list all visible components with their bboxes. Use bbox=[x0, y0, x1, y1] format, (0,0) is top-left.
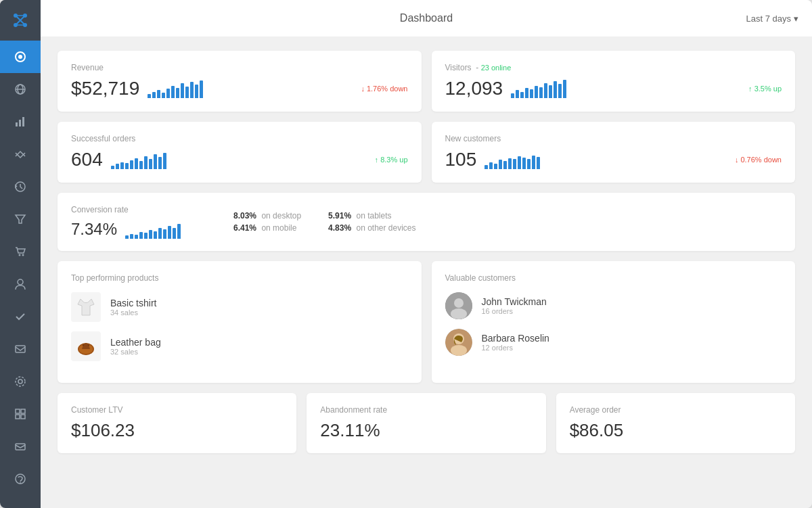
orders-card: Successful orders 604 bbox=[58, 122, 422, 183]
svg-point-39 bbox=[451, 345, 467, 356]
customer-name-2: Barbara Roselin bbox=[482, 333, 549, 344]
bar bbox=[200, 80, 203, 98]
sidebar-logo bbox=[0, 0, 41, 41]
svg-rect-27 bbox=[21, 415, 25, 419]
svg-point-29 bbox=[16, 474, 25, 484]
bar bbox=[499, 160, 502, 169]
bar bbox=[527, 159, 531, 169]
sidebar-item-analytics[interactable] bbox=[0, 106, 41, 138]
row-3: Conversion rate 7.34% bbox=[58, 193, 795, 251]
valuable-customers-label: Valuable customers bbox=[445, 273, 782, 283]
product-sales-1: 34 sales bbox=[110, 308, 156, 317]
sidebar-item-overview[interactable] bbox=[0, 41, 41, 73]
conversion-stats-left: 8.03% on desktop 6.41% on mobile bbox=[233, 211, 301, 233]
customer-ltv-label: Customer LTV bbox=[71, 405, 283, 415]
bar bbox=[135, 235, 138, 239]
bar bbox=[503, 161, 507, 169]
product-item-1: Basic tshirt 34 sales bbox=[71, 292, 408, 322]
avatar-barbara bbox=[445, 329, 472, 356]
visitors-value-row: 12,093 bbox=[445, 78, 782, 99]
filter-label: Last 7 days bbox=[746, 14, 792, 24]
sidebar-item-cart[interactable] bbox=[0, 235, 41, 268]
bar bbox=[513, 159, 516, 169]
bar bbox=[525, 88, 528, 98]
customer-item-2: Barbara Roselin 12 orders bbox=[445, 329, 782, 356]
product-img-tshirt bbox=[71, 292, 101, 322]
header: Dashboard Last 7 days ▾ bbox=[41, 0, 812, 37]
product-info-2: Leather bag 32 sales bbox=[110, 337, 161, 356]
bar bbox=[195, 85, 198, 98]
revenue-value-row: $52,719 bbox=[71, 78, 408, 99]
revenue-value: $52,719 bbox=[71, 78, 139, 99]
bar bbox=[549, 85, 552, 98]
svg-rect-15 bbox=[22, 117, 24, 126]
sidebar-item-settings[interactable] bbox=[0, 365, 41, 398]
sidebar-item-transfer[interactable] bbox=[0, 138, 41, 170]
bar bbox=[168, 226, 171, 239]
orders-value-row: 604 bbox=[71, 149, 408, 170]
orders-chart bbox=[111, 150, 166, 169]
sidebar-item-grid[interactable] bbox=[0, 398, 41, 430]
product-img-bag bbox=[71, 331, 101, 361]
bar bbox=[522, 158, 526, 169]
conversion-card: Conversion rate 7.34% bbox=[58, 193, 795, 251]
bar bbox=[185, 87, 189, 98]
bar bbox=[516, 90, 519, 98]
row-4: Top performing products Basic tshirt 34 … bbox=[58, 261, 795, 383]
bar bbox=[144, 233, 148, 239]
svg-point-23 bbox=[16, 377, 25, 386]
bar bbox=[537, 157, 540, 169]
conversion-value: 7.34% bbox=[71, 220, 117, 239]
bar bbox=[544, 83, 547, 98]
sidebar-item-support[interactable] bbox=[0, 463, 41, 495]
svg-rect-25 bbox=[21, 409, 25, 413]
new-customers-card: New customers 105 bbox=[432, 122, 796, 183]
sidebar-item-filter[interactable] bbox=[0, 203, 41, 235]
sidebar-item-messages[interactable] bbox=[0, 333, 41, 365]
bar bbox=[162, 93, 165, 98]
revenue-chart bbox=[148, 79, 203, 98]
sidebar-item-watch[interactable] bbox=[0, 73, 41, 106]
bar bbox=[130, 160, 133, 169]
visitors-chart bbox=[511, 79, 566, 98]
svg-point-18 bbox=[19, 254, 21, 256]
average-order-value: $86.05 bbox=[570, 420, 782, 441]
sidebar-item-history[interactable] bbox=[0, 170, 41, 203]
customer-name-1: John Twickman bbox=[482, 296, 547, 307]
sidebar-item-users[interactable] bbox=[0, 268, 41, 300]
average-order-label: Average order bbox=[570, 405, 782, 415]
svg-rect-13 bbox=[16, 122, 18, 126]
bar bbox=[149, 159, 152, 169]
bar bbox=[489, 162, 493, 169]
bar bbox=[166, 89, 170, 98]
customer-item-1: John Twickman 16 orders bbox=[445, 292, 782, 319]
bar bbox=[177, 224, 181, 239]
svg-rect-26 bbox=[16, 415, 20, 419]
svg-point-36 bbox=[451, 308, 467, 319]
visitors-value: 12,093 bbox=[445, 78, 503, 99]
bar bbox=[520, 92, 524, 98]
new-customers-value-row: 105 bbox=[445, 149, 782, 170]
revenue-card: Revenue $52,719 bbox=[58, 51, 422, 112]
bar bbox=[181, 83, 184, 98]
bar bbox=[116, 164, 119, 169]
bar bbox=[148, 94, 151, 98]
sidebar-item-orders[interactable] bbox=[0, 300, 41, 333]
new-customers-trend: ↓ 0.76% down bbox=[735, 156, 782, 164]
sidebar-item-email[interactable] bbox=[0, 430, 41, 463]
chevron-down-icon: ▾ bbox=[794, 14, 798, 24]
app-container: Dashboard Last 7 days ▾ Revenue $52,719 bbox=[0, 0, 812, 508]
bar bbox=[111, 166, 114, 169]
product-info-1: Basic tshirt 34 sales bbox=[110, 298, 156, 317]
svg-point-22 bbox=[18, 379, 22, 384]
bar bbox=[176, 88, 179, 98]
bar bbox=[154, 154, 157, 169]
new-customers-label: New customers bbox=[445, 134, 782, 143]
date-filter[interactable]: Last 7 days ▾ bbox=[746, 14, 799, 24]
orders-trend: ↑ 8.3% up bbox=[375, 156, 408, 164]
bar bbox=[135, 158, 138, 169]
abandonment-rate-card: Abandonment rate 23.11% bbox=[307, 393, 545, 453]
row-1: Revenue $52,719 bbox=[58, 51, 795, 112]
bar bbox=[152, 92, 156, 98]
conversion-desktop: 8.03% on desktop bbox=[233, 211, 301, 221]
